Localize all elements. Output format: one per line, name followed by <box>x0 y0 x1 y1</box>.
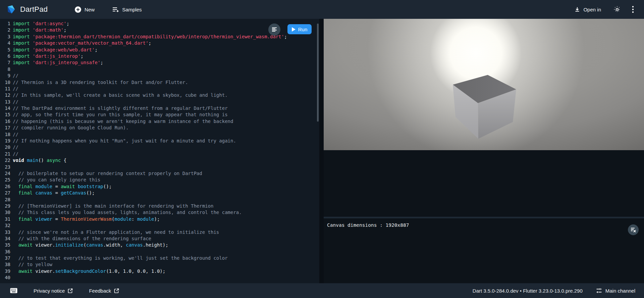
tune-icon <box>596 288 602 294</box>
code-line[interactable]: 40 <box>0 274 319 281</box>
code-editor[interactable]: 1import 'dart:async';2import 'dart:math'… <box>0 19 319 283</box>
privacy-notice-link[interactable]: Privacy notice <box>32 287 75 295</box>
line-number: 2 <box>0 27 13 33</box>
code-line[interactable]: 38 // to yellow <box>0 261 319 268</box>
sdk-version-text: Dart 3.5.0-284.0.dev • Flutter 3.23.0-13… <box>473 288 583 294</box>
code-line[interactable]: 7import 'dart:js_interop_unsafe'; <box>0 59 319 66</box>
theme-toggle-button[interactable] <box>612 5 622 14</box>
overflow-menu-button[interactable] <box>631 4 635 14</box>
code-line[interactable]: 35 await viewer.initialize(canvas.width,… <box>0 242 319 248</box>
format-align-icon <box>272 27 277 32</box>
line-number: 19 <box>0 138 13 144</box>
kebab-menu-icon <box>632 6 634 13</box>
render-canvas <box>324 19 644 150</box>
format-button[interactable] <box>268 24 280 36</box>
line-number: 25 <box>0 177 13 183</box>
line-number: 35 <box>0 242 13 248</box>
code-line[interactable]: 13// <box>0 99 319 105</box>
line-number: 33 <box>0 229 13 236</box>
line-number: 14 <box>0 105 13 112</box>
code-line[interactable]: 9// <box>0 73 319 79</box>
brightness-icon <box>614 6 621 13</box>
code-line[interactable]: 26 final module = await bootstrap(); <box>0 183 319 190</box>
code-line[interactable]: 27 final canvas = getCanvas(); <box>0 190 319 196</box>
cube-3d <box>324 19 644 150</box>
privacy-notice-label: Privacy notice <box>34 288 65 294</box>
code-line[interactable]: 36 <box>0 249 319 255</box>
keyboard-icon <box>10 288 17 293</box>
line-number: 40 <box>0 274 13 281</box>
code-line[interactable]: 24 // boilerplate to setup our rendering… <box>0 170 319 177</box>
code-line[interactable]: 21// <box>0 151 319 157</box>
new-button[interactable]: New <box>72 4 97 15</box>
code-line[interactable]: 29 // [ThermionViewer] is the main inter… <box>0 203 319 209</box>
status-bar: Privacy notice Feedback Dart 3.5.0-284.0… <box>0 283 644 298</box>
code-line[interactable]: 23 <box>0 164 319 170</box>
line-number: 30 <box>0 209 13 216</box>
line-number: 36 <box>0 249 13 255</box>
clear-console-icon <box>631 227 636 232</box>
run-button[interactable]: Run <box>287 24 312 34</box>
code-line[interactable]: 10// Thermion is a 3D rendering toolkit … <box>0 79 319 86</box>
output-panel: Canvas dimensions : 644x298 <box>324 19 644 283</box>
code-line[interactable]: 28 <box>0 197 319 203</box>
line-number: 27 <box>0 190 13 196</box>
add-circle-icon <box>74 6 82 13</box>
line-number: 22 <box>0 157 13 164</box>
code-line[interactable]: 33 // since we're not in a Flutter appli… <box>0 229 319 236</box>
channel-selector[interactable]: Main channel <box>596 288 635 294</box>
line-number: 1 <box>0 20 13 27</box>
line-number: 31 <box>0 216 13 222</box>
code-line[interactable]: 31 final viewer = ThermionViewerWasm(mod… <box>0 216 319 222</box>
app-title: DartPad <box>20 5 48 14</box>
code-line[interactable]: 6import 'dart:js_interop'; <box>0 53 319 59</box>
code-line[interactable]: 14// The DartPad environment is slightly… <box>0 105 319 112</box>
line-number: 28 <box>0 197 13 203</box>
line-number: 9 <box>0 73 13 79</box>
line-number: 6 <box>0 53 13 59</box>
code-line[interactable]: 30 // This class lets you load assets, l… <box>0 209 319 216</box>
code-line[interactable]: 19// If nothing happens when you hit "Ru… <box>0 138 319 144</box>
line-number: 21 <box>0 151 13 157</box>
code-line[interactable]: 20// <box>0 144 319 151</box>
line-number: 17 <box>0 125 13 131</box>
code-line[interactable]: 15// app, so the first time you run this… <box>0 112 319 118</box>
line-number: 13 <box>0 99 13 105</box>
line-number: 26 <box>0 183 13 190</box>
keyboard-shortcuts-button[interactable] <box>8 287 19 295</box>
code-line[interactable]: 32 <box>0 222 319 229</box>
code-line[interactable]: 37 // to test that everything is working… <box>0 255 319 261</box>
line-number: 23 <box>0 164 13 170</box>
code-line[interactable]: 16// happening (this is because we aren'… <box>0 118 319 125</box>
line-number: 11 <box>0 86 13 92</box>
editor-scrollbar-thumb[interactable] <box>317 24 319 122</box>
line-number: 39 <box>0 268 13 274</box>
line-number: 18 <box>0 131 13 138</box>
feedback-link[interactable]: Feedback <box>87 287 121 295</box>
clear-console-button[interactable] <box>628 224 639 235</box>
code-line[interactable]: 17// compiler running on Google Cloud Ru… <box>0 125 319 131</box>
code-line[interactable]: 11// <box>0 86 319 92</box>
run-button-label: Run <box>298 27 308 32</box>
code-line[interactable]: 25 // you can safely ignore this <box>0 177 319 183</box>
code-line[interactable]: 22void main() async { <box>0 157 319 164</box>
code-line[interactable]: 18// <box>0 131 319 138</box>
code-line[interactable]: 12// In this sample, we'll create a basi… <box>0 92 319 98</box>
line-number: 7 <box>0 59 13 66</box>
code-line[interactable]: 39 await viewer.setBackgroundColor(1.0, … <box>0 268 319 274</box>
code-lines[interactable]: 1import 'dart:async';2import 'dart:math'… <box>0 19 319 281</box>
code-line[interactable]: 34 // with the dimensions of the renderi… <box>0 236 319 242</box>
top-bar: DartPad New Samples Op <box>0 0 644 19</box>
main-area: 1import 'dart:async';2import 'dart:math'… <box>0 19 644 283</box>
samples-button[interactable]: Samples <box>109 4 144 15</box>
code-line[interactable]: 5import 'package:web/web.dart'; <box>0 47 319 53</box>
line-number: 20 <box>0 144 13 151</box>
open-in-button[interactable]: Open in <box>572 4 604 14</box>
brand: DartPad <box>6 4 48 15</box>
line-number: 5 <box>0 47 13 53</box>
dartpad-logo-icon <box>6 4 16 15</box>
line-number: 12 <box>0 92 13 98</box>
open-in-label: Open in <box>583 7 601 12</box>
code-line[interactable]: 8 <box>0 66 319 73</box>
code-line[interactable]: 4import 'package:vector_math/vector_math… <box>0 40 319 46</box>
